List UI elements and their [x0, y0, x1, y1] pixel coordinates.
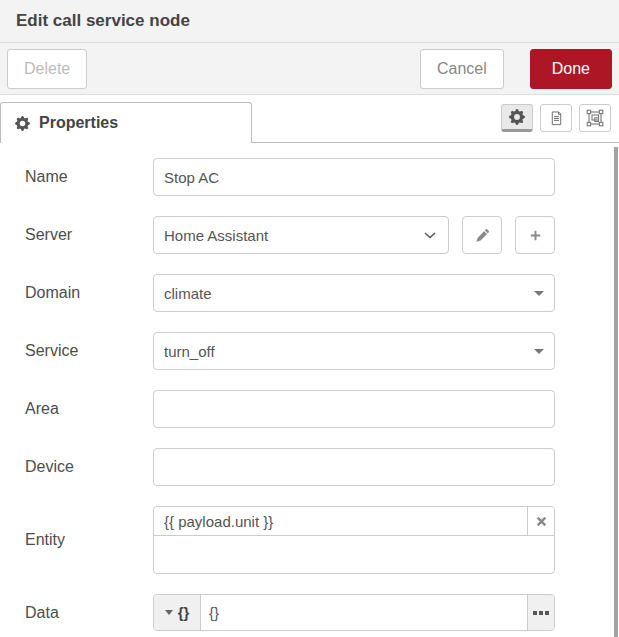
server-row: Server Home Assistant — [25, 216, 555, 254]
ellipsis-icon — [533, 611, 549, 615]
x-icon — [536, 516, 547, 527]
data-typed-input: {} {} — [153, 594, 555, 631]
name-input[interactable] — [153, 158, 555, 196]
entity-value-input[interactable]: {{ payload.unit }} — [154, 507, 527, 535]
caret-down-icon[interactable] — [534, 349, 544, 354]
data-row: Data {} {} — [25, 594, 555, 631]
data-label: Data — [25, 604, 153, 622]
entity-empty-area[interactable] — [154, 536, 554, 573]
properties-icon-button[interactable] — [501, 104, 533, 132]
domain-row: Domain — [25, 274, 555, 312]
appearance-icon-button[interactable] — [579, 104, 611, 132]
data-type-button[interactable]: {} — [154, 595, 201, 630]
delete-button[interactable]: Delete — [7, 49, 87, 89]
json-type-icon: {} — [178, 604, 190, 621]
chevron-down-icon — [424, 232, 436, 239]
entity-remove-button[interactable] — [527, 507, 554, 535]
device-label: Device — [25, 458, 153, 476]
data-expand-button[interactable] — [527, 595, 554, 630]
domain-input[interactable] — [153, 274, 555, 312]
description-icon-button[interactable] — [540, 104, 572, 132]
done-button[interactable]: Done — [530, 49, 612, 89]
dialog-title: Edit call service node — [16, 11, 190, 31]
plus-icon — [528, 228, 543, 243]
area-row: Area — [25, 390, 555, 428]
server-label: Server — [25, 226, 153, 244]
gear-icon — [15, 116, 30, 131]
tab-action-buttons — [501, 104, 611, 132]
dialog-toolbar: Delete Cancel Done — [0, 43, 619, 95]
entity-label: Entity — [25, 531, 153, 549]
document-icon — [549, 110, 564, 127]
properties-form: Name Server Home Assistant — [0, 143, 619, 631]
caret-down-icon[interactable] — [534, 291, 544, 296]
tab-properties[interactable]: Properties — [0, 102, 252, 143]
entity-list: {{ payload.unit }} — [153, 506, 555, 574]
service-row: Service — [25, 332, 555, 370]
pencil-icon — [475, 228, 490, 243]
device-row: Device — [25, 448, 555, 486]
server-select[interactable]: Home Assistant — [153, 216, 449, 254]
tab-bar: Properties — [0, 95, 619, 143]
entity-row: Entity {{ payload.unit }} — [25, 506, 555, 574]
device-input[interactable] — [153, 448, 555, 486]
tab-properties-label: Properties — [39, 114, 118, 132]
dialog-header: Edit call service node — [0, 0, 619, 43]
area-input[interactable] — [153, 390, 555, 428]
cancel-button[interactable]: Cancel — [420, 49, 504, 89]
name-row: Name — [25, 158, 555, 196]
service-input[interactable] — [153, 332, 555, 370]
entity-list-item: {{ payload.unit }} — [154, 507, 554, 536]
server-edit-button[interactable] — [462, 216, 502, 254]
data-value-input[interactable]: {} — [201, 595, 527, 630]
vertical-scrollbar[interactable] — [614, 147, 618, 637]
server-add-button[interactable] — [515, 216, 555, 254]
appearance-icon — [586, 109, 604, 127]
name-label: Name — [25, 168, 153, 186]
area-label: Area — [25, 400, 153, 418]
service-label: Service — [25, 342, 153, 360]
server-select-value: Home Assistant — [164, 227, 268, 244]
gear-icon — [509, 109, 525, 125]
caret-down-icon — [165, 610, 173, 615]
domain-label: Domain — [25, 284, 153, 302]
